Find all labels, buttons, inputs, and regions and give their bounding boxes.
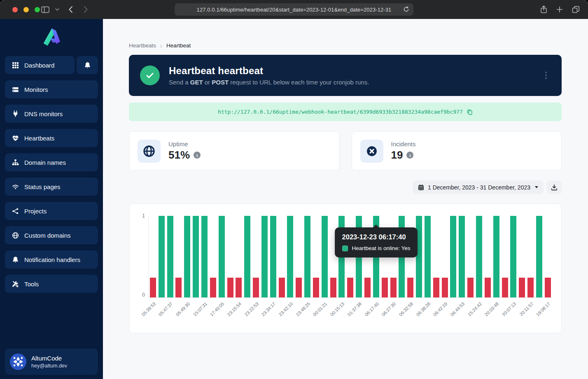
chart-bar-offline[interactable] <box>313 278 319 297</box>
sidebar-item-dns-monitors[interactable]: DNS monitors <box>5 105 98 123</box>
uptime-icon-tile <box>138 140 161 163</box>
back-icon[interactable] <box>68 6 73 13</box>
chart-bar-slot: 05:49:30 <box>183 216 191 297</box>
tabs-overview-icon[interactable] <box>572 6 580 13</box>
sidebar-item-heartbeats[interactable]: Heartbeats <box>5 129 98 147</box>
chart-bar-offline[interactable] <box>485 278 491 297</box>
date-range-picker[interactable]: 1 December, 2023 - 31 December, 2023 <box>413 180 544 194</box>
chart-bar-offline[interactable] <box>382 278 388 297</box>
heart-pulse-icon <box>12 135 19 142</box>
chart-bar-offline[interactable] <box>236 278 242 297</box>
chart-bar-online[interactable] <box>287 216 293 297</box>
sidebar-toggle-icon[interactable] <box>41 6 49 13</box>
sidebar-item-label: Tools <box>24 281 39 288</box>
chevron-down-icon[interactable] <box>55 8 59 11</box>
chart-bar-offline[interactable] <box>467 278 474 297</box>
chart-bar-online[interactable] <box>322 216 328 297</box>
chart-bar-online[interactable] <box>261 216 268 297</box>
chart-bar-offline[interactable] <box>433 278 439 297</box>
close-window-button[interactable] <box>12 7 18 12</box>
info-icon[interactable]: i <box>406 152 413 159</box>
sidebar-notifications-button[interactable] <box>77 56 98 74</box>
chart-x-tick-label: 19:08:17 <box>535 301 551 317</box>
minimize-window-button[interactable] <box>23 7 29 12</box>
chart-bar-online[interactable] <box>493 216 499 297</box>
chart-bar-online[interactable] <box>416 216 422 297</box>
incidents-icon-tile <box>360 140 383 163</box>
sidebar-item-notification-handlers[interactable]: Notification handlers <box>5 250 98 269</box>
chart-bar-slot <box>243 216 252 297</box>
chart-bar-online[interactable] <box>450 216 456 297</box>
chart-bar-offline[interactable] <box>364 278 371 297</box>
chart-bar-offline[interactable] <box>347 278 353 297</box>
chart-x-tick-label: 05:49:30 <box>175 301 191 317</box>
chart-bar-online[interactable] <box>159 216 165 297</box>
url-bar[interactable]: 127.0.0.1/66uptime/heartbeat/20&start_da… <box>175 3 413 16</box>
chart-bar-offline[interactable] <box>253 278 259 297</box>
chart-bar-online[interactable] <box>536 216 542 297</box>
chart-bar-online[interactable] <box>270 216 276 297</box>
share-icon[interactable] <box>540 5 547 14</box>
chart-bar-slot: 20:07:13 <box>509 216 518 297</box>
info-icon[interactable]: i <box>194 152 201 159</box>
chart-x-tick-label: 05:47:37 <box>158 301 174 317</box>
user-account-card[interactable]: AltumCode hey@altum.dev <box>5 349 98 375</box>
chart-bar-offline[interactable] <box>545 278 551 297</box>
zoom-window-button[interactable] <box>35 7 40 12</box>
chart-bar-slot <box>466 216 475 297</box>
chart-bar-online[interactable] <box>244 216 250 297</box>
reload-icon[interactable] <box>403 6 410 14</box>
kebab-menu-icon[interactable] <box>543 69 549 82</box>
sidebar-item-custom-domains[interactable]: Custom domains <box>5 226 98 244</box>
chart-x-tick-label: 15:24:42 <box>467 301 483 317</box>
chart-bar-offline[interactable] <box>210 278 216 297</box>
app-logo[interactable] <box>0 19 103 56</box>
new-tab-icon[interactable] <box>556 6 563 13</box>
forward-icon[interactable] <box>84 6 88 13</box>
page-title: Heartbeat heartbeat <box>169 65 369 77</box>
user-email: hey@altum.dev <box>31 363 67 369</box>
altumcode-avatar <box>10 353 26 370</box>
chart-bar-offline[interactable] <box>227 278 233 297</box>
download-chart-button[interactable] <box>547 180 562 194</box>
chart-x-tick-label: 20:07:13 <box>501 301 517 317</box>
chart-bar-online[interactable] <box>459 216 465 297</box>
chart-bar-slot <box>260 216 269 297</box>
chart-bar-offline[interactable] <box>407 278 413 297</box>
main-content: Heartbeats › Heartbeat Heartbeat heartbe… <box>103 19 588 379</box>
chart-bar-slot: 23:15:54 <box>234 216 243 297</box>
chart-bar-slot: 06:42:19 <box>441 216 449 297</box>
sidebar-item-projects[interactable]: Projects <box>5 202 98 220</box>
chart-bar-online[interactable] <box>510 216 516 297</box>
sidebar-item-tools[interactable]: Tools <box>5 275 98 293</box>
breadcrumb-heartbeats-link[interactable]: Heartbeats <box>129 42 156 49</box>
chart-bar-online[interactable] <box>219 216 225 297</box>
sidebar-item-domain-names[interactable]: Domain names <box>5 153 98 171</box>
sidebar-item-monitors[interactable]: Monitors <box>5 80 98 98</box>
sidebar-item-dashboard[interactable]: Dashboard <box>5 56 75 74</box>
chart-bar-online[interactable] <box>167 216 173 297</box>
chart-x-tick-label: 23:15:54 <box>226 301 243 317</box>
chart-bar-offline[interactable] <box>527 278 534 297</box>
chart-bar-offline[interactable] <box>175 278 182 297</box>
chart-bar-online[interactable] <box>193 216 199 297</box>
chart-bar-offline[interactable] <box>279 278 285 297</box>
chart-bar-online[interactable] <box>201 216 208 297</box>
chart-bar-online[interactable] <box>425 216 431 297</box>
chart-bar-offline[interactable] <box>330 278 336 297</box>
chart-bar-offline[interactable] <box>519 278 525 297</box>
sidebar-item-status-pages[interactable]: Status pages <box>5 178 98 196</box>
chart-bar-offline[interactable] <box>296 278 302 297</box>
chart-bar-online[interactable] <box>476 216 482 297</box>
chart-bar-offline[interactable] <box>502 278 508 297</box>
webhook-url[interactable]: http://127.0.0.1/66uptime/webhook-heartb… <box>218 109 463 115</box>
chart-bar-online[interactable] <box>184 216 190 297</box>
copy-icon[interactable] <box>467 109 473 115</box>
heartbeat-chart-plot: 05:39:5305:47:3705:49:3015:07:3117:40:05… <box>148 216 552 298</box>
chart-bar-offline[interactable] <box>442 278 448 297</box>
user-name: AltumCode <box>31 355 67 362</box>
chart-bar-online[interactable] <box>304 216 310 297</box>
chart-bar-offline[interactable] <box>150 278 156 297</box>
globe-icon <box>12 232 19 239</box>
chart-bar-offline[interactable] <box>390 278 397 297</box>
